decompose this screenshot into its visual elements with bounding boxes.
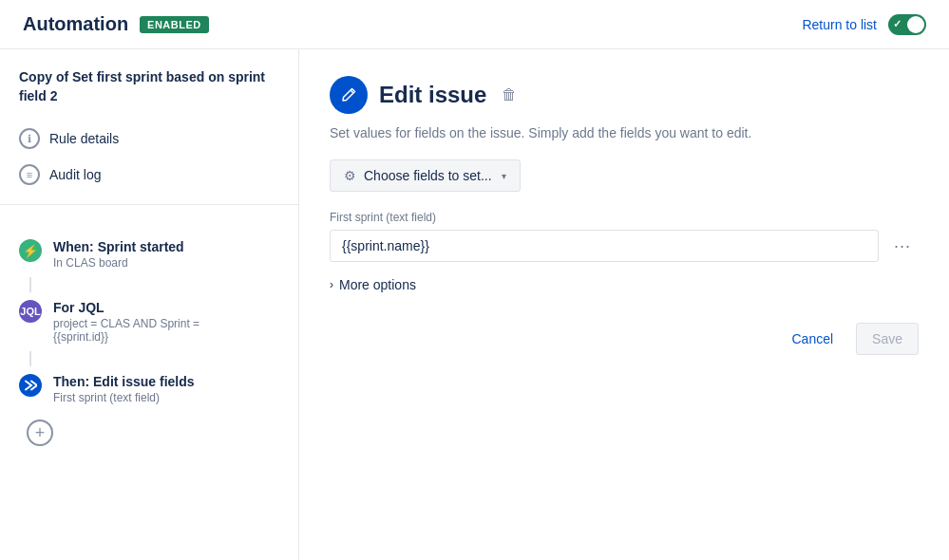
sidebar: Copy of Set first sprint based on sprint… [0,49,299,560]
action-icon [19,374,42,397]
more-options-label: More options [339,277,416,292]
sidebar-item-rule-details[interactable]: ℹ Rule details [19,121,279,157]
field-input-row: ··· [330,230,919,262]
workflow-section: ⚡ When: Sprint started In CLAS board JQL… [0,216,298,446]
list-icon: ≡ [19,164,40,185]
edit-issue-description: Set values for fields on the issue. Simp… [330,125,919,140]
sidebar-divider [0,204,298,205]
sprint-field-input[interactable] [330,230,879,262]
when-title: When: Sprint started [53,239,279,254]
workflow-action-item[interactable]: Then: Edit issue fields First sprint (te… [19,366,279,412]
chevron-right-icon: › [330,278,333,291]
field-options-button[interactable]: ··· [886,233,919,260]
when-subtitle: In CLAS board [53,256,279,270]
automation-toggle[interactable]: ✓ [888,14,926,35]
add-step-button[interactable]: + [27,420,53,446]
action-content: Then: Edit issue fields First sprint (te… [53,374,279,404]
condition-content: For JQL project = CLAS AND Sprint = {{sp… [53,300,279,344]
action-subtitle: First sprint (text field) [53,391,279,404]
save-button[interactable]: Save [856,323,919,355]
field-label: First sprint (text field) [330,211,919,224]
info-icon: ℹ [19,128,40,149]
delete-icon[interactable]: 🗑 [502,86,517,103]
toggle-checkmark-icon: ✓ [893,18,902,30]
sidebar-item-audit-log-label: Audit log [49,167,101,182]
sidebar-item-audit-log[interactable]: ≡ Audit log [19,157,279,193]
workflow-when-item[interactable]: ⚡ When: Sprint started In CLAS board [19,232,279,277]
sidebar-item-rule-details-label: Rule details [49,131,119,146]
more-options-toggle[interactable]: › More options [330,277,919,292]
main-content: Edit issue 🗑 Set values for fields on th… [299,49,949,560]
page-title: Edit issue [379,82,486,108]
gear-icon: ⚙ [344,168,356,183]
footer-buttons: Cancel Save [330,323,919,355]
return-to-list-link[interactable]: Return to list [802,17,877,32]
edit-issue-header: Edit issue 🗑 [330,76,919,114]
app-title: Automation [23,13,128,35]
enabled-badge: ENABLED [140,16,209,33]
action-title: Then: Edit issue fields [53,374,279,389]
sidebar-nav: ℹ Rule details ≡ Audit log [0,121,298,193]
cancel-button[interactable]: Cancel [776,323,848,355]
chevron-down-icon: ▾ [502,171,506,181]
connector-line-1 [29,277,31,292]
jql-icon: JQL [19,300,42,323]
lightning-icon: ⚡ [19,239,42,262]
edit-issue-icon [330,76,368,114]
condition-subtitle: project = CLAS AND Sprint = {{sprint.id}… [53,317,279,344]
choose-fields-label: Choose fields to set... [364,168,492,183]
condition-title: For JQL [53,300,279,315]
workflow-condition-item[interactable]: JQL For JQL project = CLAS AND Sprint = … [19,292,279,351]
choose-fields-button[interactable]: ⚙ Choose fields to set... ▾ [330,159,521,192]
rule-title: Copy of Set first sprint based on sprint… [0,68,298,121]
connector-line-2 [29,351,31,366]
when-content: When: Sprint started In CLAS board [53,239,279,270]
